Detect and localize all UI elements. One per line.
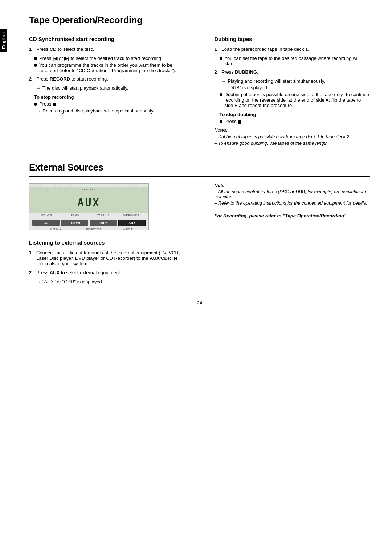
dubbing-heading: Dubbing tapes xyxy=(215,36,371,42)
cd-bullet-1b: You can programme the tracks in the orde… xyxy=(34,62,185,73)
stop-recording-text: Press . xyxy=(39,101,57,107)
stop-recording-heading: To stop recording xyxy=(34,94,185,100)
ext-arrow-1-text: "AUX" or "CDR" is displayed. xyxy=(42,279,103,284)
dubbing-notes: Notes: – Dubbing of tapes is possible on… xyxy=(215,128,371,146)
stop-dubbing-text: Press . xyxy=(225,119,243,124)
dub-arrow-2: → "DUB" is displayed. xyxy=(222,85,371,90)
dub-bullets-1: You can set the tape to the desired pass… xyxy=(220,56,371,66)
dev-sub-label-2: DEMO/STOP xyxy=(77,228,111,230)
ext-note-1: – All the sound control features (DSC or… xyxy=(215,189,371,200)
stop-recording-bullet: Press . xyxy=(34,101,185,107)
stop-dubbing-bullet: Press . xyxy=(220,119,371,124)
language-tab: English xyxy=(0,29,7,52)
dub-bullet-2a: Dubbing of tapes is possible on one side… xyxy=(220,92,371,108)
dub-step-2: 2 Press DUBBING. xyxy=(215,69,371,75)
ext-step1-list: 1 Connect the audio out terminals of the… xyxy=(29,250,185,266)
ext-step-2: 2 Press AUX to select external equipment… xyxy=(29,270,185,275)
for-recording-note: For Recording, please refer to "Tape Ope… xyxy=(215,213,371,218)
dev-label-video: VIDEO/CDR xyxy=(117,214,146,217)
page-number: 24 xyxy=(29,300,370,306)
device-display-text: AUX xyxy=(78,197,101,209)
ext-listening-heading: Listening to external sources xyxy=(29,239,185,246)
cd-step2-list: 2 Press RECORD to start recording. xyxy=(29,76,185,82)
ext-step-2-text: Press AUX to select external equipment. xyxy=(36,270,121,275)
dub-step-2-num: 2 xyxy=(215,69,220,75)
btn-tape: TAPE xyxy=(90,220,117,226)
ext-left-col: · · · · · · · · · · · · · · · · · · · · … xyxy=(29,183,196,286)
stop-square-icon xyxy=(238,120,241,124)
dub-step2-list: 2 Press DUBBING. xyxy=(215,69,371,75)
ext-arrow-1: → "AUX" or "CDR" is displayed. xyxy=(36,279,185,284)
cd-sync-heading: CD Synchronised start recording xyxy=(29,36,185,42)
dub-arrow-2-text: "DUB" is displayed. xyxy=(228,85,269,90)
cd-step-1-text: Press CD to select the disc. xyxy=(36,46,94,52)
cd-sync-col: CD Synchronised start recording 1 Press … xyxy=(29,36,196,147)
cd-bullets-1: Press |◀ or ▶| to select the desired tra… xyxy=(34,56,185,73)
tape-section-title: Tape Operation/Recording xyxy=(29,15,370,26)
dub-bullet-1a-text: You can set the tape to the desired pass… xyxy=(225,56,371,66)
dev-label-cd: CD1·2·3 xyxy=(32,214,61,217)
bullet-dot xyxy=(220,120,222,123)
device-image: · · · · · · · · · · · · · · · · · · · · … xyxy=(29,183,149,230)
arrow-icon: → xyxy=(36,279,41,284)
arrow-icon: → xyxy=(222,78,226,84)
arrow-icon: → xyxy=(36,108,41,114)
bullet-dot xyxy=(34,64,37,67)
cd-bullet-1b-text: You can programme the tracks in the orde… xyxy=(39,62,185,73)
cd-step-1-num: 1 xyxy=(29,46,34,52)
bullet-dot xyxy=(34,57,37,60)
ext-step-1: 1 Connect the audio out terminals of the… xyxy=(29,250,185,266)
external-sources-section: External Sources · · · · · · · · · · · ·… xyxy=(29,162,370,286)
cd-arrow-stop: → Recording and disc playback will stop … xyxy=(36,108,185,114)
cd-arrow-1-text: The disc will start playback automatical… xyxy=(42,85,128,91)
dub-step-1-text: Load the prerecorded tape in tape deck 1… xyxy=(222,46,309,52)
cd-step-2-num: 2 xyxy=(29,76,34,82)
dub-step-1: 1 Load the prerecorded tape in tape deck… xyxy=(215,46,371,52)
ext-note-2: – Refer to the operating instructions fo… xyxy=(215,201,371,206)
arrow-icon: → xyxy=(222,85,226,90)
btn-tuner: TUNER xyxy=(61,220,88,226)
section2-divider xyxy=(29,176,370,177)
btn-aux: AUX xyxy=(118,220,146,226)
dub-bullet-1a: You can set the tape to the desired pass… xyxy=(220,56,371,66)
ext-right-col: Note: – All the sound control features (… xyxy=(211,183,371,286)
stop-square-icon xyxy=(53,103,56,106)
bullet-dot xyxy=(220,93,222,96)
cd-bullet-1a: Press |◀ or ▶| to select the desired tra… xyxy=(34,56,185,61)
dub-bullet-2a-text: Dubbing of tapes is possible on one side… xyxy=(225,92,371,108)
ext-step-1-text: Connect the audio out terminals of the e… xyxy=(36,250,185,266)
cd-arrow-1: → The disc will start playback automatic… xyxy=(36,85,185,91)
tape-section: Tape Operation/Recording CD Synchronised… xyxy=(29,15,370,147)
page: English Tape Operation/Recording CD Sync… xyxy=(0,0,392,537)
dub-arrow-1: → Playing and recording will start simul… xyxy=(222,78,371,84)
stop-dubbing-heading: To stop dubbing xyxy=(220,112,371,117)
dub-bullets-2: Dubbing of tapes is possible on one side… xyxy=(220,92,371,108)
dev-label-tape: TAPE 1·2 xyxy=(89,214,117,217)
dub-step-2-text: Press DUBBING. xyxy=(222,69,258,75)
ext-step-1-num: 1 xyxy=(29,250,34,255)
dev-sub-label-1: ▼ ALBUM ▲ xyxy=(32,228,76,230)
btn-cd: CD xyxy=(32,220,60,226)
dub-step1-list: 1 Load the prerecorded tape in tape deck… xyxy=(215,46,371,52)
ext-note-block: Note: – All the sound control features (… xyxy=(215,183,371,206)
arrow-icon: → xyxy=(36,85,41,91)
cd-step-2: 2 Press RECORD to start recording. xyxy=(29,76,185,82)
ext-step2-list: 2 Press AUX to select external equipment… xyxy=(29,270,185,275)
section1-divider xyxy=(29,29,370,29)
ext-note-label: Note: xyxy=(215,183,226,188)
ext-two-col: · · · · · · · · · · · · · · · · · · · · … xyxy=(29,183,370,286)
bullet-dot xyxy=(34,103,37,106)
tape-two-col: CD Synchronised start recording 1 Press … xyxy=(29,36,370,147)
dub-arrow-1-text: Playing and recording will start simulta… xyxy=(228,78,326,84)
note-1: – Dubbing of tapes is possible only from… xyxy=(215,134,371,139)
cd-step-2-text: Press RECORD to start recording. xyxy=(36,76,108,82)
dub-step-1-num: 1 xyxy=(215,46,220,52)
dev-label-band: BAND xyxy=(61,214,89,217)
ext-step-2-num: 2 xyxy=(29,270,34,275)
cd-step-1: 1 Press CD to select the disc. xyxy=(29,46,185,52)
cd-steps: 1 Press CD to select the disc. xyxy=(29,46,185,52)
bullet-dot xyxy=(220,57,222,60)
device-display: · · · · · ▮▮▮▮▮▮ · · · · · AUX xyxy=(29,187,148,213)
note-2: – To ensure good dubbing, use tapes of t… xyxy=(215,141,371,146)
ext-section-title: External Sources xyxy=(29,162,370,173)
